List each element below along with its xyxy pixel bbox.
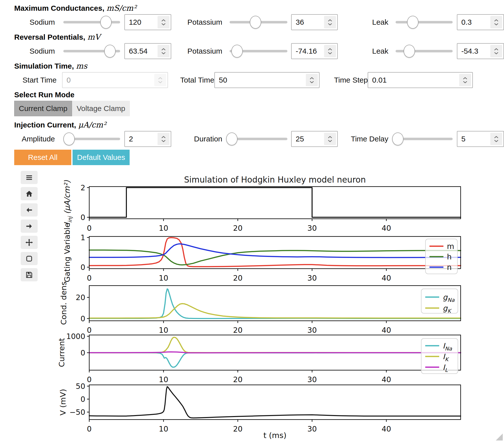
slider-handle[interactable]	[100, 16, 112, 29]
svg-text:h: h	[447, 252, 452, 261]
reset-all-button[interactable]: Reset All	[14, 150, 71, 165]
amplitude-value: 2	[125, 135, 133, 143]
svg-text:Iinj (μA/cm²): Iinj (μA/cm²)	[63, 180, 73, 225]
slider-handle[interactable]	[104, 45, 116, 58]
time-step-input[interactable]: 0.01	[368, 72, 473, 88]
gk-input[interactable]: 36	[291, 14, 338, 30]
menu-icon[interactable]	[21, 171, 38, 184]
spinner-icon[interactable]	[490, 16, 502, 28]
action-buttons: Reset All Default Values	[14, 150, 504, 165]
run-mode-toggle: Current Clamp Voltage Clamp	[14, 101, 504, 116]
label-time-delay: Time Delay	[348, 135, 388, 143]
gk-slider[interactable]	[230, 15, 287, 29]
spinner-icon[interactable]	[324, 133, 336, 145]
svg-text:40: 40	[382, 425, 391, 433]
slider-track	[230, 138, 287, 140]
label-start-time: Start Time	[14, 76, 57, 84]
heading-reversal-potentials: Reversal Potentials, mV	[14, 32, 504, 42]
svg-text:Gating Variable: Gating Variable	[63, 223, 72, 282]
svg-text:40: 40	[382, 274, 391, 282]
amplitude-input[interactable]: 2	[124, 131, 171, 147]
slider-handle[interactable]	[231, 45, 243, 58]
spinner-icon[interactable]	[490, 45, 502, 57]
forward-icon[interactable]	[21, 220, 38, 233]
row-reversal-potentials: Sodium 63.54 Potassium -74.16 Leak -54.3	[14, 43, 504, 59]
label-time-step: Time Step	[334, 76, 363, 84]
slider-handle[interactable]	[226, 132, 238, 145]
svg-text:−50: −50	[70, 408, 85, 417]
heading-text: Maximum Conductances,	[14, 4, 104, 12]
svg-text:30: 30	[307, 375, 317, 384]
svg-text:Current: Current	[57, 338, 66, 367]
svg-text:30: 30	[307, 274, 317, 282]
spinner-icon[interactable]	[158, 16, 169, 28]
ek-slider[interactable]	[230, 44, 287, 58]
figure-canvas[interactable]: Simulation of Hodgkin Huxley model neuro…	[57, 165, 504, 442]
slider-handle[interactable]	[404, 45, 415, 58]
spinner-icon[interactable]	[324, 16, 336, 28]
gna-value: 120	[125, 18, 141, 26]
label-eleak: Leak	[348, 47, 388, 55]
svg-text:10: 10	[159, 274, 168, 282]
row-simulation-time: Start Time 0 Total Time 50 Time Step 0.0…	[14, 72, 504, 88]
eleak-input[interactable]: -54.3	[457, 43, 504, 59]
heading-run-mode: Select Run Mode	[14, 90, 504, 100]
zoom-rect-icon[interactable]	[21, 252, 38, 265]
time-delay-value: 5	[457, 135, 466, 143]
row-max-conductances: Sodium 120 Potassium 36 Leak 0.3	[14, 14, 504, 30]
ena-input[interactable]: 63.54	[124, 43, 171, 59]
spinner-icon[interactable]	[306, 74, 318, 86]
label-duration: Duration	[182, 135, 222, 143]
gleak-slider[interactable]	[396, 15, 453, 29]
svg-text:30: 30	[307, 224, 317, 232]
save-icon[interactable]	[21, 268, 38, 281]
slider-track	[396, 21, 453, 23]
svg-text:10: 10	[159, 425, 168, 433]
spinner-icon[interactable]	[158, 45, 169, 57]
spinner-icon[interactable]	[324, 45, 336, 57]
gna-input[interactable]: 120	[124, 14, 171, 30]
svg-text:50: 50	[76, 382, 85, 391]
svg-text:0: 0	[81, 314, 85, 323]
current-clamp-button[interactable]: Current Clamp	[14, 101, 72, 116]
svg-text:20: 20	[76, 293, 85, 302]
spinner-icon[interactable]	[459, 74, 471, 86]
eleak-value: -54.3	[457, 47, 478, 55]
time-delay-slider[interactable]	[396, 132, 453, 146]
svg-text:0: 0	[87, 326, 91, 334]
resize-grip-icon[interactable]	[496, 434, 503, 441]
gleak-input[interactable]: 0.3	[457, 14, 504, 30]
slider-handle[interactable]	[407, 16, 419, 29]
slider-handle[interactable]	[63, 132, 75, 145]
label-gna: Sodium	[14, 18, 55, 26]
gna-slider[interactable]	[63, 15, 120, 29]
duration-input[interactable]: 25	[291, 131, 338, 147]
heading-text: Injection Current,	[14, 121, 76, 129]
default-values-button[interactable]: Default Values	[73, 150, 130, 165]
heading-text: Simulation Time,	[14, 62, 74, 70]
duration-slider[interactable]	[230, 132, 287, 146]
back-icon[interactable]	[21, 203, 38, 217]
ek-input[interactable]: -74.16	[291, 43, 338, 59]
ena-slider[interactable]	[63, 44, 120, 58]
home-icon[interactable]	[21, 187, 38, 200]
amplitude-slider[interactable]	[63, 132, 120, 146]
svg-text:0: 0	[81, 348, 85, 357]
spinner-icon[interactable]	[490, 133, 502, 145]
eleak-slider[interactable]	[396, 44, 453, 58]
voltage-clamp-button[interactable]: Voltage Clamp	[72, 101, 130, 116]
start-time-input: 0	[62, 72, 168, 88]
total-time-input[interactable]: 50	[214, 72, 320, 88]
pan-icon[interactable]	[21, 236, 38, 249]
svg-text:20: 20	[233, 326, 243, 334]
slider-handle[interactable]	[392, 132, 404, 145]
label-total-time: Total Time	[180, 76, 211, 84]
svg-text:20: 20	[233, 375, 243, 384]
slider-handle[interactable]	[250, 16, 261, 29]
heading-simulation-time: Simulation Time, ms	[14, 61, 504, 71]
time-delay-input[interactable]: 5	[457, 131, 504, 147]
spinner-icon[interactable]	[158, 133, 169, 145]
svg-text:10: 10	[159, 224, 168, 232]
svg-text:40: 40	[382, 224, 391, 232]
heading-injection-current: Injection Current, μA/cm²	[14, 120, 504, 130]
